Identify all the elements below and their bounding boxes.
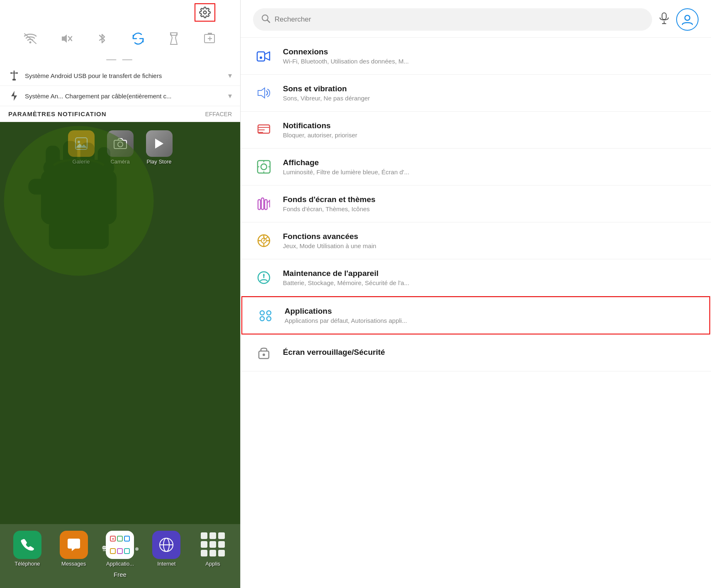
settings-item-fonds[interactable]: Fonds d'écran et thèmes Fonds d'écran, T… bbox=[241, 185, 711, 222]
connexions-icon-wrap bbox=[253, 45, 275, 67]
settings-item-applications[interactable]: Applications Applications par défaut, Au… bbox=[241, 296, 710, 334]
mute-icon[interactable] bbox=[56, 28, 77, 49]
svg-point-54 bbox=[261, 164, 267, 170]
settings-item-sons[interactable]: Sons et vibration Sons, Vibreur, Ne pas … bbox=[241, 75, 711, 112]
svg-marker-48 bbox=[258, 88, 265, 98]
ecran-icon-wrap bbox=[253, 342, 275, 364]
applis-app[interactable]: Applis bbox=[199, 531, 227, 567]
maintenance-title: Maintenance de l'appareil bbox=[283, 269, 699, 278]
internet-app[interactable]: Internet bbox=[152, 531, 180, 567]
left-panel: — — Système Android USB pour le transfer… bbox=[0, 0, 241, 588]
settings-list: Connexions Wi-Fi, Bluetooth, Utilisation… bbox=[241, 38, 711, 588]
settings-item-connexions[interactable]: Connexions Wi-Fi, Bluetooth, Utilisation… bbox=[241, 38, 711, 75]
telephone-app[interactable]: Téléphone bbox=[13, 531, 41, 567]
mic-button[interactable] bbox=[659, 12, 670, 27]
phone-dock: Téléphone Messages ■ bbox=[0, 524, 240, 588]
svg-marker-6 bbox=[170, 33, 177, 44]
affichage-text: Affichage Luminosité, Filtre de lumière … bbox=[283, 158, 699, 176]
applications-subtitle: Applications par défaut, Autorisations a… bbox=[285, 317, 697, 324]
messages-app[interactable]: Messages bbox=[60, 531, 88, 567]
svg-point-77 bbox=[263, 354, 265, 356]
free-label: Free bbox=[4, 569, 236, 580]
right-panel: Connexions Wi-Fi, Bluetooth, Utilisation… bbox=[241, 0, 711, 588]
fonds-subtitle: Fonds d'écran, Thèmes, Icônes bbox=[283, 205, 699, 212]
sync-icon[interactable] bbox=[128, 28, 149, 49]
svg-rect-53 bbox=[258, 161, 270, 173]
charging-notif-arrow: ▾ bbox=[228, 91, 232, 100]
svg-point-14 bbox=[10, 72, 12, 74]
applications-app[interactable]: ■ Applicatio... bbox=[106, 531, 134, 567]
status-bar bbox=[0, 0, 240, 25]
search-input[interactable] bbox=[275, 15, 644, 24]
messages-icon bbox=[60, 531, 88, 559]
settings-item-maintenance[interactable]: Maintenance de l'appareil Batterie, Stoc… bbox=[241, 259, 711, 296]
settings-item-ecran[interactable]: Écran verrouillage/Sécurité bbox=[241, 334, 711, 371]
search-icon bbox=[261, 14, 270, 25]
svg-point-0 bbox=[204, 11, 207, 14]
notifications-text: Notifications Bloquer, autoriser, priori… bbox=[283, 121, 699, 139]
svg-rect-42 bbox=[662, 13, 666, 20]
svg-rect-26 bbox=[46, 146, 60, 169]
svg-point-47 bbox=[260, 56, 262, 59]
charging-notification[interactable]: Système An... Chargement par câble(entiè… bbox=[0, 86, 240, 106]
charging-icon bbox=[8, 90, 20, 102]
charging-notif-text: Système An... Chargement par câble(entiè… bbox=[25, 93, 228, 100]
svg-rect-61 bbox=[265, 200, 267, 210]
ecran-text: Écran verrouillage/Sécurité bbox=[283, 348, 699, 358]
svg-rect-29 bbox=[98, 147, 110, 169]
fonctions-icon-wrap: + bbox=[253, 230, 275, 251]
svg-rect-31 bbox=[28, 179, 49, 195]
fonctions-title: Fonctions avancées bbox=[283, 232, 699, 241]
svg-point-75 bbox=[267, 317, 271, 321]
notif-header-title: PARAMÈTRES NOTIFICATION bbox=[8, 110, 107, 117]
bluetooth-icon[interactable] bbox=[92, 28, 112, 49]
clear-button[interactable]: EFFACER bbox=[205, 111, 232, 117]
settings-item-notifications[interactable]: Notifications Bloquer, autoriser, priori… bbox=[241, 112, 711, 149]
connexions-title: Connexions bbox=[283, 47, 699, 56]
messages-label: Messages bbox=[61, 561, 86, 567]
svg-marker-17 bbox=[11, 91, 17, 101]
flashlight-icon[interactable] bbox=[163, 28, 184, 49]
gear-button[interactable] bbox=[195, 3, 215, 22]
fonctions-subtitle: Jeux, Mode Utilisation à une main bbox=[283, 242, 699, 249]
usb-notification[interactable]: Système Android USB pour le transfert de… bbox=[0, 66, 240, 86]
sons-title: Sons et vibration bbox=[283, 84, 699, 93]
applis-label: Applis bbox=[205, 561, 220, 567]
svg-rect-60 bbox=[261, 198, 264, 210]
applications-icon-wrap bbox=[255, 305, 276, 326]
avatar-button[interactable] bbox=[676, 8, 699, 31]
sons-icon-wrap bbox=[253, 82, 275, 104]
drag-handle: — — bbox=[0, 52, 240, 66]
notif-header: PARAMÈTRES NOTIFICATION EFFACER bbox=[0, 106, 240, 122]
settings-item-fonctions[interactable]: + Fonctions avancées Jeux, Mode Utilisat… bbox=[241, 222, 711, 259]
fonctions-text: Fonctions avancées Jeux, Mode Utilisatio… bbox=[283, 232, 699, 249]
applicatio-label: Applicatio... bbox=[106, 561, 134, 567]
internet-label: Internet bbox=[157, 561, 175, 567]
applications-icon: ■ bbox=[106, 531, 134, 559]
svg-point-1 bbox=[29, 41, 32, 44]
settings-item-affichage[interactable]: Affichage Luminosité, Filtre de lumière … bbox=[241, 149, 711, 185]
svg-rect-9 bbox=[208, 33, 212, 34]
notifications-title: Notifications bbox=[283, 121, 699, 130]
svg-rect-27 bbox=[63, 141, 77, 169]
sons-text: Sons et vibration Sons, Vibreur, Ne pas … bbox=[283, 84, 699, 102]
sons-subtitle: Sons, Vibreur, Ne pas déranger bbox=[283, 95, 699, 102]
connexions-subtitle: Wi-Fi, Bluetooth, Utilisation des donnée… bbox=[283, 58, 699, 65]
wifi-icon[interactable] bbox=[20, 28, 41, 49]
fonds-text: Fonds d'écran et thèmes Fonds d'écran, T… bbox=[283, 195, 699, 212]
battery-save-icon[interactable] bbox=[200, 28, 220, 49]
connexions-text: Connexions Wi-Fi, Bluetooth, Utilisation… bbox=[283, 47, 699, 65]
telephone-label: Téléphone bbox=[15, 561, 40, 567]
wallpaper-fist bbox=[0, 122, 158, 280]
ecran-title: Écran verrouillage/Sécurité bbox=[283, 348, 699, 357]
applications-title: Applications bbox=[285, 307, 697, 316]
maintenance-text: Maintenance de l'appareil Batterie, Stoc… bbox=[283, 269, 699, 286]
search-bar-row bbox=[241, 0, 711, 38]
svg-rect-28 bbox=[80, 142, 95, 169]
telephone-icon bbox=[13, 531, 41, 559]
svg-rect-7 bbox=[170, 33, 177, 35]
fonds-icon-wrap bbox=[253, 193, 275, 215]
search-box[interactable] bbox=[253, 8, 652, 31]
usb-notif-text: Système Android USB pour le transfert de… bbox=[25, 72, 228, 79]
internet-icon bbox=[152, 531, 180, 559]
